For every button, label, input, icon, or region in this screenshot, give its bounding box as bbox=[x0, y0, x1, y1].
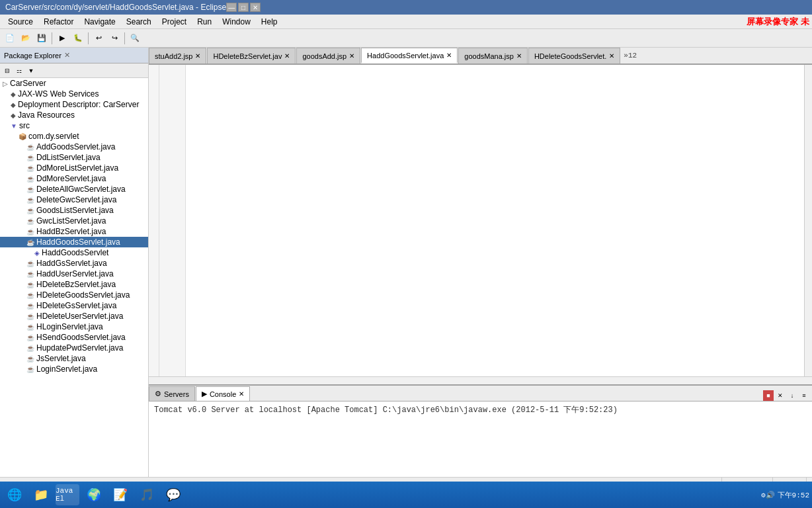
explorer-close-icon[interactable]: ✕ bbox=[64, 51, 70, 60]
menu-navigate[interactable]: Navigate bbox=[79, 16, 120, 28]
tree-icon-27: ☕ bbox=[26, 366, 34, 373]
console-scroll-btn[interactable]: ↓ bbox=[787, 390, 797, 401]
tab-label: stuAdd2.jsp bbox=[155, 52, 192, 60]
taskbar-explorer[interactable]: 📁 bbox=[29, 484, 53, 505]
maximize-button[interactable]: □ bbox=[238, 3, 249, 12]
tree-item-1[interactable]: ◆JAX-WS Web Services bbox=[0, 89, 148, 99]
console-close-icon[interactable]: ✕ bbox=[239, 390, 244, 398]
tree-item-6[interactable]: ☕AddGoodsServlet.java bbox=[0, 142, 148, 152]
minimize-button[interactable]: — bbox=[226, 3, 237, 12]
tree-item-12[interactable]: ☕GoodsListServlet.java bbox=[0, 205, 148, 216]
tree-label-25: HupdatePwdServlet.java bbox=[36, 343, 123, 353]
tree-item-23[interactable]: ☕HLoginServlet.java bbox=[0, 321, 148, 332]
taskbar-eclipse[interactable]: Java El bbox=[56, 484, 79, 505]
tree-item-20[interactable]: ☕HDeleteGoodsServlet.java bbox=[0, 290, 148, 300]
explorer-link[interactable]: ⚏ bbox=[13, 65, 25, 77]
package-explorer: Package Explorer ✕ ⊟ ⚏ ▼ ▷CarServer◆JAX-… bbox=[0, 48, 149, 477]
tree-item-24[interactable]: ☕HSendGoodsServlet.java bbox=[0, 332, 148, 343]
tree-item-3[interactable]: ◆Java Resources bbox=[0, 110, 148, 120]
tab-close-icon[interactable]: ✕ bbox=[284, 52, 290, 60]
menu-window[interactable]: Window bbox=[217, 16, 256, 28]
tree-icon-14: ☕ bbox=[26, 228, 34, 235]
menu-bar: Source Refactor Navigate Search Project … bbox=[0, 15, 812, 29]
taskbar-notepad[interactable]: 📝 bbox=[108, 484, 132, 505]
explorer-collapse[interactable]: ⊟ bbox=[1, 65, 13, 77]
code-content[interactable] bbox=[186, 65, 804, 376]
tab-goodsmana[interactable]: goodsMana.jsp ✕ bbox=[458, 48, 528, 64]
tree-item-17[interactable]: ☕HaddGsServlet.java bbox=[0, 258, 148, 269]
tree-item-22[interactable]: ☕HDeleteUserServlet.java bbox=[0, 311, 148, 321]
tab-close-icon[interactable]: ✕ bbox=[609, 52, 614, 60]
editor-vertical-scrollbar[interactable] bbox=[804, 65, 812, 376]
tab-close-icon[interactable]: ✕ bbox=[349, 52, 354, 60]
tab-hdeletegoods[interactable]: HDeleteGoodsServlet. ✕ bbox=[528, 48, 620, 64]
editor-horizontal-scrollbar[interactable] bbox=[149, 376, 812, 384]
tab-close-icon[interactable]: ✕ bbox=[446, 52, 452, 59]
tree-item-19[interactable]: ☕HDeleteBzServlet.java bbox=[0, 279, 148, 290]
tree-item-14[interactable]: ☕HaddBzServlet.java bbox=[0, 226, 148, 237]
tree-item-25[interactable]: ☕HupdatePwdServlet.java bbox=[0, 343, 148, 353]
menu-help[interactable]: Help bbox=[256, 16, 283, 28]
tree-label-6: AddGoodsServlet.java bbox=[36, 142, 115, 151]
tree-label-26: JsServlet.java bbox=[36, 354, 86, 363]
tree-item-18[interactable]: ☕HaddUserServlet.java bbox=[0, 269, 148, 279]
tree-item-10[interactable]: ☕DeleteAllGwcServlet.java bbox=[0, 184, 148, 194]
taskbar-start[interactable]: 🌐 bbox=[3, 484, 26, 505]
console-clear-btn[interactable]: ✕ bbox=[775, 390, 786, 401]
menu-project[interactable]: Project bbox=[157, 16, 192, 28]
toolbar-undo[interactable]: ↩ bbox=[91, 31, 106, 46]
tree-item-8[interactable]: ☕DdMoreListServlet.java bbox=[0, 163, 148, 173]
tree-icon-18: ☕ bbox=[26, 271, 34, 278]
tree-icon-24: ☕ bbox=[26, 334, 34, 341]
toolbar-redo[interactable]: ↪ bbox=[107, 31, 122, 46]
toolbar-run[interactable]: ▶ bbox=[55, 31, 69, 46]
toolbar-sep-1 bbox=[52, 32, 52, 44]
tree-item-27[interactable]: ☕LoginServlet.java bbox=[0, 364, 148, 374]
tab-stuadd2[interactable]: stuAdd2.jsp ✕ bbox=[149, 48, 206, 64]
tab-close-icon[interactable]: ✕ bbox=[195, 52, 200, 60]
tree-label-2: Deployment Descriptor: CarServer bbox=[18, 100, 139, 109]
explorer-menu[interactable]: ▼ bbox=[25, 65, 37, 77]
tree-item-0[interactable]: ▷CarServer bbox=[0, 78, 148, 89]
servers-label: Servers bbox=[164, 390, 189, 398]
menu-run[interactable]: Run bbox=[192, 16, 217, 28]
tab-overflow-indicator[interactable]: »12 bbox=[621, 48, 639, 64]
taskbar-browser[interactable]: 🌍 bbox=[82, 484, 106, 505]
tree-item-11[interactable]: ☕DeleteGwcServlet.java bbox=[0, 194, 148, 205]
tree-item-15[interactable]: ☕HaddGoodsServlet.java bbox=[0, 237, 148, 247]
console-stop-btn[interactable]: ■ bbox=[763, 390, 774, 401]
tab-close-icon[interactable]: ✕ bbox=[516, 52, 522, 60]
tab-haddgoods[interactable]: HaddGoodsServlet.java ✕ bbox=[361, 48, 458, 64]
tree-item-21[interactable]: ☕HDeleteGsServlet.java bbox=[0, 300, 148, 311]
tree-item-4[interactable]: ▼src bbox=[0, 120, 148, 131]
tab-goodsadd[interactable]: goodsAdd.jsp ✕ bbox=[296, 48, 360, 64]
tree-item-5[interactable]: 📦com.dy.servlet bbox=[0, 131, 148, 142]
close-button[interactable]: ✕ bbox=[250, 3, 261, 12]
toolbar-search[interactable]: 🔍 bbox=[128, 31, 142, 46]
toolbar-save[interactable]: 💾 bbox=[34, 31, 49, 46]
tree-item-9[interactable]: ☕DdMoreServlet.java bbox=[0, 173, 148, 184]
tree-label-17: HaddGsServlet.java bbox=[36, 259, 107, 268]
tree-item-2[interactable]: ◆Deployment Descriptor: CarServer bbox=[0, 99, 148, 110]
taskbar-chat[interactable]: 💬 bbox=[161, 484, 185, 505]
servers-icon: ⚙ bbox=[155, 390, 161, 398]
toolbar-new[interactable]: 📄 bbox=[3, 31, 17, 46]
tab-label: goodsAdd.jsp bbox=[302, 52, 346, 60]
console-menu-btn[interactable]: ≡ bbox=[799, 390, 809, 401]
tree-item-7[interactable]: ☕DdListServlet.java bbox=[0, 152, 148, 163]
taskbar-media[interactable]: 🎵 bbox=[135, 484, 159, 505]
tab-hdeletebz[interactable]: HDeleteBzServlet.jav ✕ bbox=[207, 48, 296, 64]
explorer-header: Package Explorer ✕ bbox=[0, 48, 148, 64]
toolbar-debug[interactable]: 🐛 bbox=[71, 31, 85, 46]
menu-refactor[interactable]: Refactor bbox=[38, 16, 79, 28]
menu-source[interactable]: Source bbox=[3, 16, 38, 28]
tree-item-13[interactable]: ☕GwcListServlet.java bbox=[0, 216, 148, 226]
tab-servers[interactable]: ⚙ Servers bbox=[149, 386, 195, 401]
code-editor[interactable] bbox=[149, 65, 804, 376]
tree-label-0: CarServer bbox=[10, 79, 46, 88]
tab-console[interactable]: ▶ Console ✕ bbox=[196, 386, 250, 401]
toolbar-open[interactable]: 📂 bbox=[19, 31, 33, 46]
menu-search[interactable]: Search bbox=[121, 16, 157, 28]
tree-item-16[interactable]: ◈HaddGoodsServlet bbox=[0, 247, 148, 258]
tree-item-26[interactable]: ☕JsServlet.java bbox=[0, 353, 148, 364]
